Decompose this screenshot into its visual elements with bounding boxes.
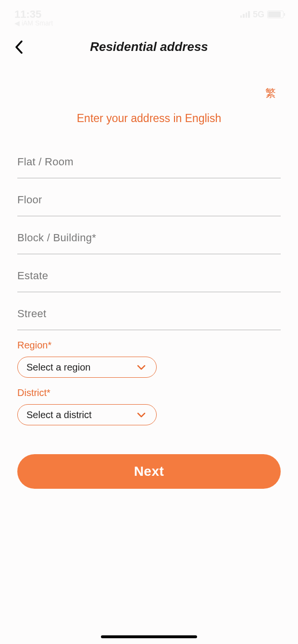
status-right: 5G	[240, 10, 284, 20]
flat-field	[17, 144, 281, 178]
region-select[interactable]: Select a region	[17, 357, 157, 378]
district-group: District* Select a district	[17, 387, 281, 425]
battery-icon	[267, 11, 284, 18]
back-button[interactable]	[12, 39, 27, 55]
district-selected: Select a district	[26, 409, 92, 421]
page-title: Residential address	[10, 39, 288, 54]
return-to-app[interactable]: ◀ iAM Smart	[14, 19, 53, 27]
home-indicator[interactable]	[101, 635, 197, 638]
estate-input[interactable]	[17, 270, 281, 282]
region-label: Region*	[17, 340, 281, 351]
chevron-left-icon	[15, 40, 24, 54]
chevron-down-icon	[137, 364, 146, 370]
block-input[interactable]	[17, 232, 281, 244]
network-label: 5G	[253, 10, 264, 20]
region-selected: Select a region	[26, 362, 90, 373]
language-toggle-wrap: 繁	[17, 63, 281, 104]
district-label: District*	[17, 387, 281, 398]
next-button[interactable]: Next	[17, 454, 281, 489]
floor-field	[17, 182, 281, 216]
subtitle: Enter your address in English	[17, 104, 281, 144]
floor-input[interactable]	[17, 194, 281, 206]
estate-field	[17, 258, 281, 292]
street-input[interactable]	[17, 308, 281, 320]
language-toggle[interactable]: 繁	[265, 87, 276, 99]
signal-icon	[240, 11, 250, 18]
block-field	[17, 220, 281, 254]
district-select[interactable]: Select a district	[17, 404, 157, 425]
chevron-down-icon	[137, 412, 146, 418]
street-field	[17, 296, 281, 330]
region-group: Region* Select a region	[17, 340, 281, 378]
content: 繁 Enter your address in English Region* …	[0, 63, 298, 489]
header: Residential address	[0, 29, 298, 63]
flat-input[interactable]	[17, 156, 281, 168]
